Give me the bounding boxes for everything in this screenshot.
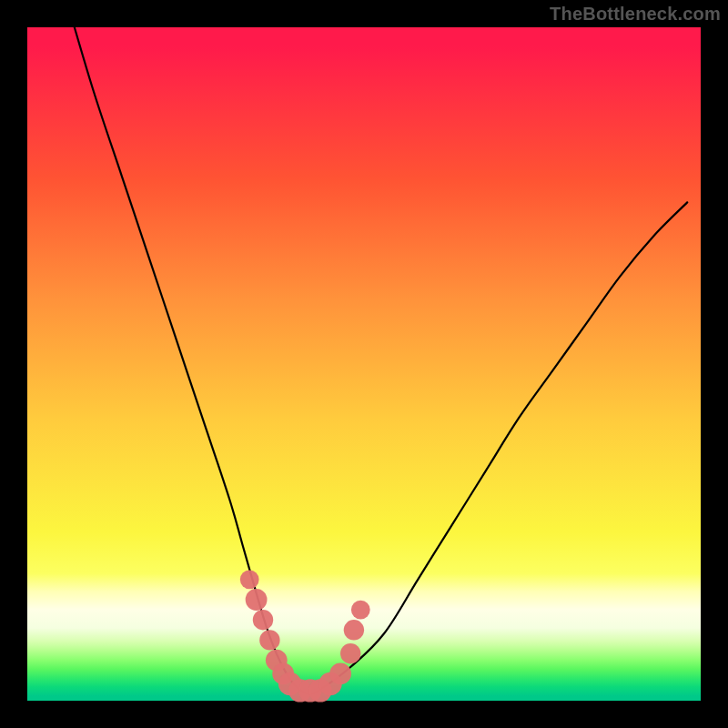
marker-dot — [253, 610, 273, 630]
marker-dot — [240, 570, 259, 589]
marker-cluster — [240, 570, 370, 702]
marker-dot — [329, 663, 351, 685]
marker-dot — [351, 601, 370, 620]
chart-overlay — [27, 27, 701, 701]
marker-dot — [344, 620, 364, 640]
marker-dot — [246, 589, 268, 611]
attribution-label: TheBottleneck.com — [550, 4, 721, 25]
marker-dot — [259, 630, 279, 650]
bottleneck-curve — [75, 27, 687, 694]
outer-frame: TheBottleneck.com — [0, 0, 728, 728]
marker-dot — [340, 643, 360, 663]
